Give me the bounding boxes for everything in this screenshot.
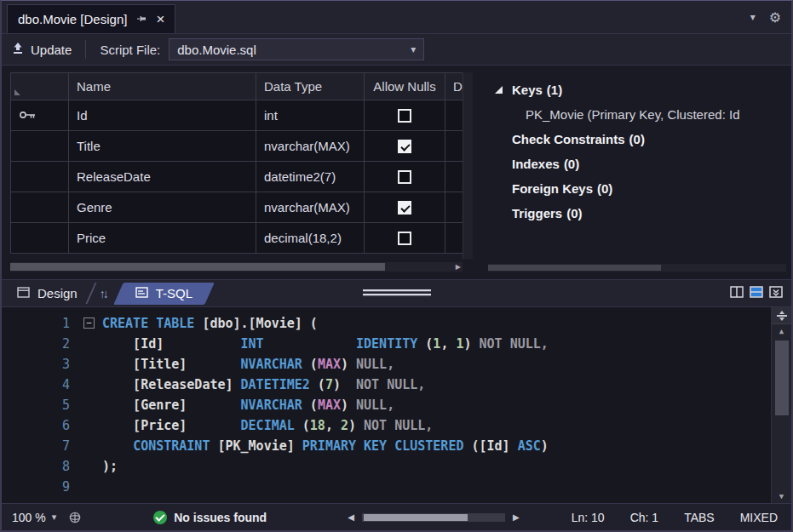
column-header-default[interactable]: D [445,73,463,100]
editor-horizontal-scrollbar[interactable]: ◀ ▶ [343,512,523,522]
table-row[interactable]: ReleaseDatedatetime2(7) [11,162,463,192]
default-cell[interactable] [445,131,463,162]
allow-nulls-checkbox[interactable] [398,232,411,245]
allow-nulls-checkbox[interactable] [398,170,411,184]
column-name-cell[interactable]: Price [69,223,256,254]
scroll-right-icon[interactable]: ▶ [509,512,524,522]
browser-link-icon[interactable] [68,511,82,524]
update-button[interactable]: Update [12,42,72,57]
tree-item-indexes[interactable]: Indexes(0) [473,152,791,176]
table-row[interactable]: Pricedecimal(18,2) [11,223,463,254]
scrollbar-thumb[interactable] [775,340,789,415]
tab-tsql[interactable]: T-SQL [118,283,210,305]
tree-child-item[interactable]: PK_Movie (Primary Key, Clustered: Id [473,102,791,127]
allow-nulls-cell[interactable] [365,131,445,162]
row-selector[interactable] [11,131,69,162]
keys-horizontal-scrollbar[interactable] [488,264,786,272]
fold-spacer [83,354,102,375]
combo-caret-icon[interactable]: ▾ [411,43,416,55]
tabs-indicator[interactable]: TABS [684,511,715,524]
vertical-split-button[interactable] [730,286,744,300]
default-cell[interactable] [445,223,463,254]
tree-item-triggers[interactable]: Triggers(0) [473,201,791,226]
code-line[interactable]: 7 CONSTRAINT [PK_Movie] PRIMARY KEY CLUS… [2,436,791,456]
pin-icon[interactable] [136,12,147,26]
scroll-right-icon[interactable]: ▶ [456,262,461,272]
horizontal-split-button[interactable] [750,286,763,300]
tab-design[interactable]: Design [10,280,84,306]
code-line[interactable]: 3 [Title] NVARCHAR (MAX) NULL, [2,354,791,375]
data-type-cell[interactable]: datetime2(7) [256,162,365,192]
default-cell[interactable] [445,162,463,192]
code-text: ); [102,456,118,477]
code-line[interactable]: 1−CREATE TABLE [dbo].[Movie] ( [2,313,791,334]
table-row[interactable]: Titlenvarchar(MAX) [11,131,463,162]
row-selector[interactable] [11,192,69,223]
grid-vertical-scrollbar[interactable] [463,72,473,259]
expander-icon[interactable] [493,85,507,95]
allow-nulls-cell[interactable] [365,162,445,192]
column-name-cell[interactable]: Genre [69,192,256,223]
gear-icon[interactable]: ⚙ [769,9,781,26]
column-name-cell[interactable]: Id [69,100,256,131]
column-header-name[interactable]: Name [69,73,256,100]
zoom-control[interactable]: 100 % ▾ [12,511,56,524]
allow-nulls-checkbox[interactable] [398,109,411,123]
table-row[interactable]: Idint [11,100,463,131]
select-all-corner[interactable] [11,73,69,100]
default-cell[interactable] [445,100,463,131]
code-line[interactable]: 8); [2,456,791,477]
close-icon[interactable]: × [156,12,164,26]
fold-collapse-icon[interactable]: − [83,313,102,334]
column-name-cell[interactable]: ReleaseDate [69,162,256,192]
column-header-data-type[interactable]: Data Type [256,73,365,100]
document-tab[interactable]: dbo.Movie [Design] × [7,4,175,33]
scrollbar-thumb[interactable] [364,514,468,521]
data-type-cell[interactable]: int [256,100,365,131]
code-line[interactable]: 9 [2,477,791,497]
column-name-cell[interactable]: Title [69,131,256,162]
scrollbar-track[interactable] [362,513,505,522]
allow-nulls-cell[interactable] [365,100,445,131]
script-file-dropdown[interactable]: dbo.Movie.sql ▾ [169,38,424,60]
editor-vertical-scrollbar[interactable]: ▲ ▼ [771,307,791,503]
row-selector[interactable] [11,100,69,131]
tree-item-keys[interactable]: Keys(1) [473,77,791,102]
allow-nulls-cell[interactable] [365,192,445,223]
swap-panes-icon[interactable]: ↑↓ [100,287,106,300]
data-type-cell[interactable]: nvarchar(MAX) [256,192,365,223]
collapse-pane-button[interactable] [769,286,783,300]
tsql-editor[interactable]: 1−CREATE TABLE [dbo].[Movie] (2 [Id] INT… [2,307,791,503]
allow-nulls-checkbox[interactable] [398,201,411,215]
data-type-cell[interactable]: nvarchar(MAX) [256,131,365,162]
encoding-indicator[interactable]: MIXED [740,511,778,524]
default-cell[interactable] [445,192,463,223]
tree-item-foreign-keys[interactable]: Foreign Keys(0) [473,176,791,201]
scrollbar-thumb[interactable] [488,265,661,271]
splitter-grip[interactable] [363,289,431,291]
code-line[interactable]: 4 [ReleaseDate] DATETIME2 (7) NOT NULL, [2,375,791,395]
health-indicator[interactable]: No issues found [153,511,267,524]
health-message: No issues found [174,511,267,524]
tab-list-dropdown-icon[interactable]: ▾ [750,11,756,23]
grid-horizontal-scrollbar[interactable]: ▶ [10,262,463,272]
editor-split-handle[interactable] [772,307,791,324]
code-line[interactable]: 6 [Price] DECIMAL (18, 2) NOT NULL, [2,415,791,436]
allow-nulls-checkbox[interactable] [398,140,411,153]
scroll-left-icon[interactable]: ◀ [343,512,359,522]
tree-item-check-constraints[interactable]: Check Constraints(0) [473,127,791,152]
line-number: 7 [2,436,83,456]
zoom-caret-icon[interactable]: ▾ [52,512,57,523]
data-type-cell[interactable]: decimal(18,2) [256,223,365,254]
row-selector[interactable] [11,223,69,254]
tab-separator [84,280,98,306]
row-selector[interactable] [11,162,69,192]
allow-nulls-cell[interactable] [365,223,445,254]
code-line[interactable]: 5 [Genre] NVARCHAR (MAX) NULL, [2,395,791,415]
code-line[interactable]: 2 [Id] INT IDENTITY (1, 1) NOT NULL, [2,334,791,354]
table-row[interactable]: Genrenvarchar(MAX) [11,192,463,223]
column-header-allow-nulls[interactable]: Allow Nulls [365,73,445,100]
scroll-up-icon[interactable]: ▲ [779,324,784,338]
scroll-down-icon[interactable]: ▼ [779,489,784,503]
scrollbar-thumb[interactable] [10,263,385,271]
